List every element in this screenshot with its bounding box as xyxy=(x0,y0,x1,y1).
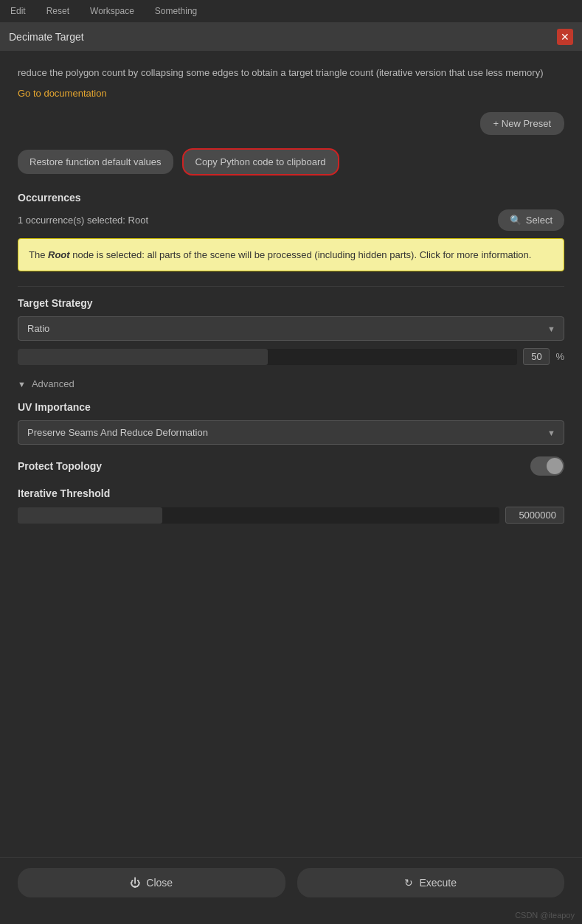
preset-row: + New Preset xyxy=(18,112,564,135)
iterative-threshold-slider[interactable] xyxy=(18,507,499,524)
new-preset-button[interactable]: + New Preset xyxy=(480,112,564,135)
info-box[interactable]: The Root node is selected: all parts of … xyxy=(18,238,564,272)
protect-topology-label: Protect Topology xyxy=(18,460,102,472)
power-icon: ⏻ xyxy=(130,877,140,889)
new-preset-label: + New Preset xyxy=(493,118,551,129)
iterative-slider-fill xyxy=(18,507,162,524)
ratio-slider-track[interactable] xyxy=(18,349,517,365)
menu-workspace[interactable]: Workspace xyxy=(80,3,145,19)
iterative-threshold-value[interactable]: 5000000 xyxy=(505,507,564,524)
target-strategy-dropdown[interactable]: Ratio Triangle Count Vertex Count xyxy=(18,316,564,341)
uv-importance-dropdown-wrapper: Preserve Seams And Reduce Deformation Pr… xyxy=(18,420,564,445)
select-label: Select xyxy=(526,215,552,226)
restore-defaults-button[interactable]: Restore function default values xyxy=(18,150,173,174)
close-label: Close xyxy=(146,877,173,889)
ratio-unit: % xyxy=(555,351,564,362)
menu-edit[interactable]: Edit xyxy=(0,3,36,19)
main-window: Edit Reset Workspace Something Decimate … xyxy=(0,0,582,924)
search-icon: 🔍 xyxy=(510,215,522,226)
menubar: Edit Reset Workspace Something xyxy=(0,0,582,23)
footer: ⏻ Close ↻ Execute xyxy=(0,857,582,908)
menu-reset[interactable]: Reset xyxy=(36,3,80,19)
protect-topology-toggle[interactable] xyxy=(530,456,564,476)
watermark: CSDN @iteapoy xyxy=(0,908,582,924)
info-text-after: node is selected: all parts of the scene… xyxy=(70,249,532,260)
execute-icon: ↻ xyxy=(404,877,413,889)
actions-row: Restore function default values Copy Pyt… xyxy=(18,148,564,176)
execute-button[interactable]: ↻ Execute xyxy=(297,868,565,897)
iterative-threshold-row: 5000000 xyxy=(18,507,564,524)
content-area: reduce the polygon count by collapsing s… xyxy=(0,51,582,857)
occurrences-row: 1 occurrence(s) selected: Root 🔍 Select xyxy=(18,209,564,231)
description-text: reduce the polygon count by collapsing s… xyxy=(18,66,564,80)
uv-importance-label: UV Importance xyxy=(18,401,564,413)
occurrences-section-label: Occurrences xyxy=(18,192,564,204)
uv-importance-dropdown[interactable]: Preserve Seams And Reduce Deformation Pr… xyxy=(18,420,564,445)
iterative-threshold-label: Iterative Threshold xyxy=(18,487,564,499)
execute-label: Execute xyxy=(419,877,457,889)
copy-python-button[interactable]: Copy Python code to clipboard xyxy=(182,148,339,176)
divider-1 xyxy=(18,286,564,287)
close-button[interactable]: ⏻ Close xyxy=(18,868,285,897)
window-title: Decimate Target xyxy=(9,31,84,43)
chevron-down-icon: ▼ xyxy=(18,380,26,389)
close-icon-button[interactable]: ✕ xyxy=(557,29,573,45)
advanced-label: Advanced xyxy=(32,378,75,389)
target-strategy-label: Target Strategy xyxy=(18,297,564,309)
protect-topology-row: Protect Topology xyxy=(18,456,564,476)
titlebar: Decimate Target ✕ xyxy=(0,23,582,51)
ratio-slider-fill xyxy=(18,349,268,365)
target-strategy-dropdown-wrapper: Ratio Triangle Count Vertex Count ▼ xyxy=(18,316,564,341)
ratio-slider-row: 50 % xyxy=(18,348,564,365)
occurrences-text: 1 occurrence(s) selected: Root xyxy=(18,215,148,226)
advanced-toggle[interactable]: ▼ Advanced xyxy=(18,378,564,389)
menu-something[interactable]: Something xyxy=(145,3,207,19)
info-italic: Root xyxy=(48,249,70,260)
info-text-before: The xyxy=(29,249,48,260)
ratio-value[interactable]: 50 xyxy=(523,348,550,365)
toggle-knob xyxy=(547,458,563,474)
doc-link[interactable]: Go to documentation xyxy=(18,88,107,99)
select-button[interactable]: 🔍 Select xyxy=(498,209,564,231)
